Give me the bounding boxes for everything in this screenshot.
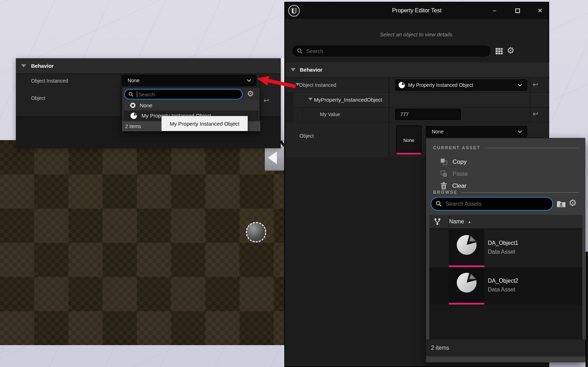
- object-instanced-combobox[interactable]: None: [122, 75, 256, 86]
- minimize-button[interactable]: –: [490, 6, 499, 15]
- tooltip: My Property Instanced Object: [161, 116, 248, 131]
- object-combobox[interactable]: None: [426, 126, 527, 137]
- clear-menu-item[interactable]: Clear: [440, 182, 467, 189]
- browse-to-asset-folder-icon[interactable]: [557, 200, 566, 207]
- dropdown-search-box[interactable]: [124, 89, 243, 100]
- asset-thumbnail-cell[interactable]: [449, 268, 484, 305]
- my-value-input[interactable]: 777: [395, 109, 461, 120]
- close-button[interactable]: ✕: [535, 6, 545, 15]
- thumbnail-label: None: [403, 138, 414, 143]
- name-column-header[interactable]: Name: [449, 218, 464, 225]
- asset-search-input[interactable]: [442, 200, 548, 207]
- details-search-box[interactable]: [292, 46, 491, 56]
- items-count: 2 items: [431, 345, 449, 351]
- asset-count-bar: 2 items: [426, 339, 586, 356]
- data-asset-pie-thumbnail: [455, 271, 478, 294]
- background-window-edge: [586, 252, 588, 367]
- settings-gear-icon[interactable]: ⚙: [507, 46, 515, 55]
- window-titlebar[interactable]: U Property Editor Test: [285, 2, 548, 19]
- behavior-category-header[interactable]: Behavior: [16, 58, 281, 74]
- column-divider[interactable]: [120, 74, 121, 116]
- option-label: None: [140, 102, 152, 108]
- trash-icon: [440, 182, 447, 189]
- search-icon: [128, 91, 134, 97]
- viewport-sphere-actor[interactable]: [246, 222, 266, 242]
- asset-list-header[interactable]: Name ▲: [429, 215, 582, 229]
- asset-list: Name ▲ DA_Object1 Data Asset: [429, 215, 582, 339]
- subobject-label: MyProperty_InstancedObject: [314, 97, 382, 103]
- asset-type: Data Asset: [488, 287, 515, 293]
- revision-control-branch-icon[interactable]: [434, 218, 441, 225]
- empty-selection-hint: Select an object to view details.: [285, 31, 548, 37]
- red-annotation-arrow: [243, 71, 303, 95]
- menu-item-label: Clear: [452, 182, 467, 189]
- chevron-down-icon: [518, 84, 522, 86]
- view-options-gear-icon[interactable]: ⚙: [569, 198, 577, 207]
- menu-footer-strip: [426, 356, 586, 362]
- reset-to-default-icon[interactable]: ↩: [533, 110, 538, 117]
- items-count: 2 items: [125, 124, 141, 129]
- option-none[interactable]: None: [124, 100, 259, 110]
- category-label: Behavior: [31, 63, 54, 69]
- asset-type: Data Asset: [488, 249, 515, 255]
- collapse-triangle-icon[interactable]: [21, 64, 26, 67]
- behavior-category-header[interactable]: Behavior: [286, 62, 549, 77]
- window-title: Property Editor Test: [285, 7, 548, 14]
- combobox-value: None: [128, 78, 139, 83]
- paste-menu-item[interactable]: Paste: [440, 170, 468, 178]
- combobox-value: My Property Instanced Object: [408, 82, 473, 88]
- browse-section-label: BROWSE: [433, 190, 457, 195]
- property-label: My Value: [320, 112, 340, 117]
- sort-ascending-icon[interactable]: ▲: [468, 220, 471, 224]
- object-asset-thumbnail[interactable]: None: [396, 125, 422, 155]
- search-icon: [436, 200, 442, 207]
- menu-item-label: Paste: [453, 170, 468, 178]
- asset-thumbnail-cell[interactable]: [449, 230, 484, 267]
- paste-icon: [440, 170, 448, 178]
- dropdown-search-input[interactable]: [137, 91, 238, 98]
- chevron-down-icon: [518, 130, 522, 133]
- my-value-number: 777: [400, 112, 408, 117]
- data-asset-pie-thumbnail: [455, 234, 478, 256]
- instanced-object-pie-icon: [130, 112, 137, 119]
- property-label: Object Instanced: [299, 82, 336, 88]
- combobox-value: None: [432, 129, 443, 134]
- asset-search-box[interactable]: [431, 197, 553, 211]
- display-filter-table-icon[interactable]: [495, 48, 503, 55]
- reset-to-default-icon[interactable]: ↩: [533, 81, 538, 88]
- viewport-checker-floor: [0, 140, 284, 345]
- current-asset-section-label: CURRENT ASSET: [433, 145, 480, 150]
- desktop: Behavior Object Instanced Object None ↩: [0, 0, 588, 367]
- reset-to-default-icon[interactable]: ↩: [263, 97, 269, 104]
- asset-row-da-object2[interactable]: DA_Object2 Data Asset: [429, 268, 582, 305]
- none-circle-icon: [130, 103, 135, 108]
- instanced-object-pie-icon: [398, 82, 405, 89]
- asset-row-da-object1[interactable]: DA_Object1 Data Asset: [429, 230, 582, 267]
- copy-menu-item[interactable]: Copy: [440, 158, 467, 166]
- asset-type-color-bar: [449, 265, 484, 267]
- search-icon: [297, 48, 303, 54]
- property-label: Object Instanced: [31, 78, 68, 84]
- property-label: Object: [31, 95, 45, 101]
- asset-picker-menu: CURRENT ASSET Copy Paste: [426, 138, 585, 362]
- tooltip-text: My Property Instanced Object: [170, 121, 240, 127]
- maximize-button[interactable]: [513, 6, 522, 15]
- object-instanced-combobox[interactable]: My Property Instanced Object: [395, 79, 527, 91]
- asset-type-color-bar: [449, 303, 484, 305]
- expand-triangle-icon[interactable]: [308, 98, 313, 101]
- asset-type-color-bar: [396, 153, 421, 155]
- details-search-input[interactable]: [303, 48, 486, 54]
- copy-icon: [440, 158, 448, 166]
- asset-name: DA_Object1: [488, 240, 518, 246]
- menu-item-label: Copy: [453, 158, 467, 166]
- asset-name: DA_Object2: [488, 278, 518, 284]
- property-label: Object: [299, 133, 314, 139]
